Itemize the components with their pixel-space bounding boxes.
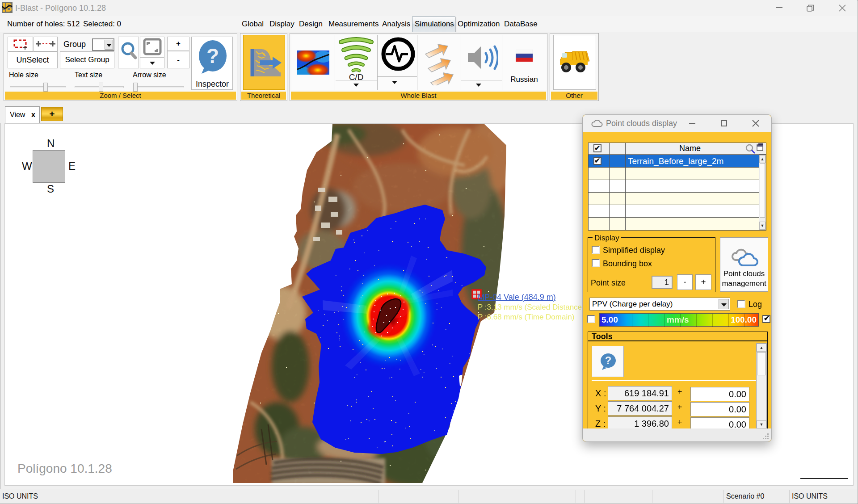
svg-text:?: ? bbox=[206, 44, 219, 67]
svg-text:Inspector: Inspector bbox=[196, 80, 229, 88]
svg-text:C/D: C/D bbox=[349, 72, 364, 80]
svg-text:?: ? bbox=[605, 354, 612, 366]
